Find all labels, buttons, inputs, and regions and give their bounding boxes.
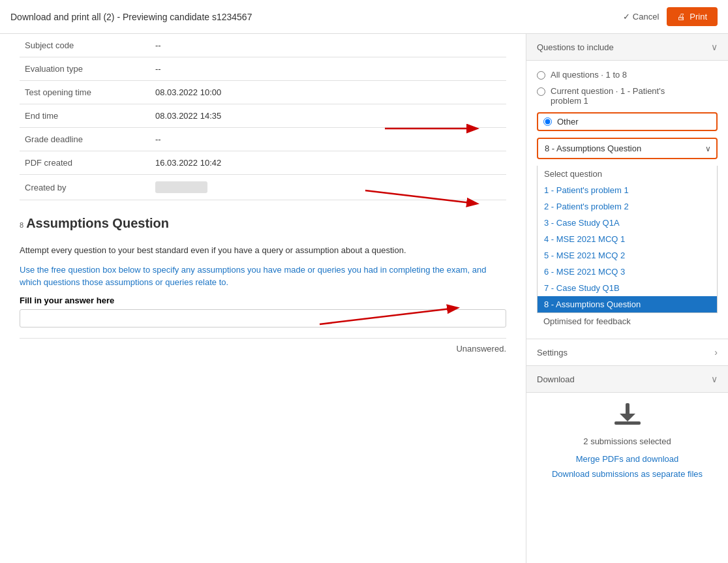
svg-rect-4: [614, 421, 641, 425]
chevron-down-icon: ∨: [711, 42, 718, 52]
list-item[interactable]: 2 - Patient's problem 2: [538, 198, 717, 215]
cancel-button[interactable]: ✓ Cancel: [623, 12, 659, 22]
list-item[interactable]: 3 - Case Study Q1A: [538, 215, 717, 231]
settings-header[interactable]: Settings ›: [526, 339, 728, 365]
checkmark-icon: ✓: [623, 12, 630, 22]
question-text2: Use the free question box below to speci…: [20, 264, 506, 289]
question-dropdown-wrapper: Select question1 - Patient's problem 12 …: [537, 138, 718, 159]
print-button[interactable]: 🖨 Print: [667, 7, 718, 26]
settings-title: Settings: [537, 348, 568, 358]
download-header[interactable]: Download ∨: [526, 366, 728, 393]
list-item[interactable]: 5 - MSE 2021 MCQ 2: [538, 247, 717, 264]
row-value: --: [150, 34, 506, 57]
row-label: End time: [20, 104, 150, 128]
row-label: Evaluation type: [20, 57, 150, 81]
row-label: Subject code: [20, 34, 150, 57]
table-row: Evaluation type--: [20, 57, 506, 81]
table-row: Grade deadline--: [20, 128, 506, 151]
table-row: PDF created16.03.2022 10:42: [20, 151, 506, 175]
row-value: 08.03.2022 14:35: [150, 104, 506, 128]
radio-other-input[interactable]: [543, 117, 552, 126]
questions-section-title: Questions to include: [537, 42, 614, 52]
row-value: --: [150, 57, 506, 81]
question-title: Assumptions Question: [26, 216, 169, 231]
table-row: Subject code--: [20, 34, 506, 57]
separate-files-button[interactable]: Download submissions as separate files: [537, 469, 718, 479]
table-row: End time08.03.2022 14:35: [20, 104, 506, 128]
list-item[interactable]: 1 - Patient's problem 1: [538, 182, 717, 198]
row-value: 16.03.2022 10:42: [150, 151, 506, 175]
list-item[interactable]: Select question: [538, 166, 717, 182]
list-item[interactable]: 7 - Case Study Q1B: [538, 280, 717, 296]
question-dropdown[interactable]: Select question1 - Patient's problem 12 …: [538, 139, 716, 158]
answer-label: Fill in your answer here: [20, 296, 506, 305]
question-section: 8 Assumptions Question Attempt every que…: [20, 216, 506, 354]
table-row: Created by: [20, 175, 506, 200]
settings-section: Settings ›: [526, 339, 728, 366]
download-content: 2 submissions selected Merge PDFs and do…: [526, 393, 728, 489]
questions-to-include-header[interactable]: Questions to include ∨: [526, 34, 728, 61]
right-panel: Questions to include ∨ All questions · 1…: [526, 34, 728, 563]
radio-other-option[interactable]: Other: [537, 112, 718, 131]
list-item[interactable]: 4 - MSE 2021 MCQ 1: [538, 231, 717, 247]
row-label: Created by: [20, 175, 150, 200]
download-title: Download: [537, 374, 575, 384]
radio-current-input[interactable]: [537, 87, 545, 96]
header-actions: ✓ Cancel 🖨 Print: [623, 7, 718, 26]
optimised-label: Optimised for feedback: [543, 316, 631, 326]
radio-all-input[interactable]: [537, 71, 545, 80]
row-value: [150, 175, 506, 200]
row-value: --: [150, 128, 506, 151]
radio-all-questions[interactable]: All questions · 1 to 8: [537, 70, 718, 80]
table-row: Test opening time08.03.2022 10:00: [20, 81, 506, 104]
unanswered-label: Unanswered.: [20, 338, 506, 354]
answer-input[interactable]: [20, 309, 506, 327]
main-layout: Subject code--Evaluation type--Test open…: [0, 34, 728, 563]
download-section: Download ∨ 2 submissions selected Merge …: [526, 366, 728, 489]
chevron-down-icon-download: ∨: [711, 374, 718, 384]
radio-all-label: All questions · 1 to 8: [551, 70, 627, 80]
info-table: Subject code--Evaluation type--Test open…: [20, 34, 506, 200]
submissions-count: 2 submissions selected: [537, 436, 718, 446]
header: Download and print all (2) - Previewing …: [0, 0, 728, 34]
radio-other-label: Other: [557, 117, 579, 127]
printer-icon: 🖨: [677, 12, 686, 22]
row-label: Test opening time: [20, 81, 150, 104]
list-item[interactable]: 8 - Assumptions Question: [538, 296, 717, 312]
questions-to-include-content: All questions · 1 to 8 Current question …: [526, 61, 728, 339]
download-icon: [537, 403, 718, 431]
list-item[interactable]: 6 - MSE 2021 MCQ 3: [538, 264, 717, 280]
dropdown-list: Select question1 - Patient's problem 12 …: [537, 166, 718, 313]
avatar: [155, 181, 207, 193]
row-label: PDF created: [20, 151, 150, 175]
row-value: 08.03.2022 10:00: [150, 81, 506, 104]
radio-current-question[interactable]: Current question · 1 - Patient'sproblem …: [537, 86, 718, 106]
header-title: Download and print all (2) - Previewing …: [10, 12, 252, 22]
svg-marker-6: [620, 414, 635, 421]
left-panel: Subject code--Evaluation type--Test open…: [0, 34, 526, 563]
question-number: 8: [20, 221, 23, 229]
chevron-right-icon: ›: [714, 347, 718, 358]
row-label: Grade deadline: [20, 128, 150, 151]
optimised-item[interactable]: Optimised for feedback: [537, 313, 718, 329]
merge-pdfs-button[interactable]: Merge PDFs and download: [537, 454, 718, 464]
radio-current-label: Current question · 1 - Patient'sproblem …: [551, 86, 665, 106]
question-text1: Attempt every question to your best stan…: [20, 244, 506, 257]
